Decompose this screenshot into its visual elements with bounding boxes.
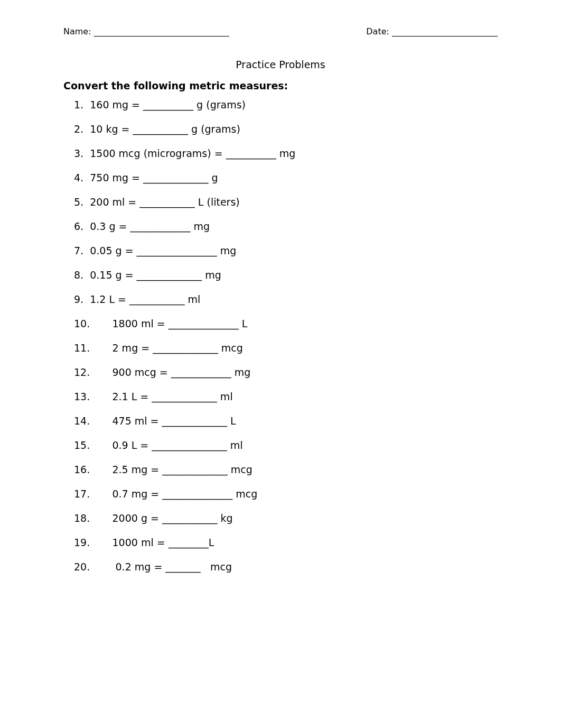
directions-heading: Convert the following metric measures: (63, 80, 498, 91)
problem-item: 14. 475 ml = _____________ L (74, 415, 498, 427)
problem-item: 16. 2.5 mg = _____________ mcg (74, 464, 498, 475)
problem-item: 9. 1.2 L = ___________ ml (74, 293, 498, 305)
problem-item: 2. 10 kg = ___________ g (grams) (74, 123, 498, 135)
problem-item: 19. 1000 ml = ________L (74, 537, 498, 548)
problem-item: 10. 1800 ml = ______________ L (74, 318, 498, 329)
problem-item: 18. 2000 g = ___________ kg (74, 512, 498, 524)
problem-item: 1. 160 mg = __________ g (grams) (74, 99, 498, 110)
problem-item: 6. 0.3 g = ____________ mg (74, 220, 498, 232)
header-row: Name: ________________________________ D… (63, 26, 498, 36)
problem-item: 4. 750 mg = _____________ g (74, 172, 498, 183)
name-field-label: Name: ________________________________ (63, 26, 229, 36)
date-field-label: Date: _________________________ (366, 26, 498, 36)
problem-item: 3. 1500 mcg (micrograms) = __________ mg (74, 148, 498, 159)
page-title: Practice Problems (63, 59, 498, 70)
problem-item: 8. 0.15 g = _____________ mg (74, 269, 498, 281)
problem-item: 13. 2.1 L = _____________ ml (74, 391, 498, 402)
problems-list: 1. 160 mg = __________ g (grams) 2. 10 k… (63, 99, 498, 573)
problem-item: 11. 2 mg = _____________ mcg (74, 342, 498, 354)
problem-item: 12. 900 mcg = ____________ mg (74, 366, 498, 378)
problem-item: 17. 0.7 mg = ______________ mcg (74, 488, 498, 500)
problem-item: 7. 0.05 g = ________________ mg (74, 245, 498, 256)
problem-item: 20. 0.2 mg = _______ mcg (74, 561, 498, 573)
problem-item: 15. 0.9 L = _______________ ml (74, 439, 498, 451)
problem-item: 5. 200 ml = ___________ L (liters) (74, 196, 498, 208)
